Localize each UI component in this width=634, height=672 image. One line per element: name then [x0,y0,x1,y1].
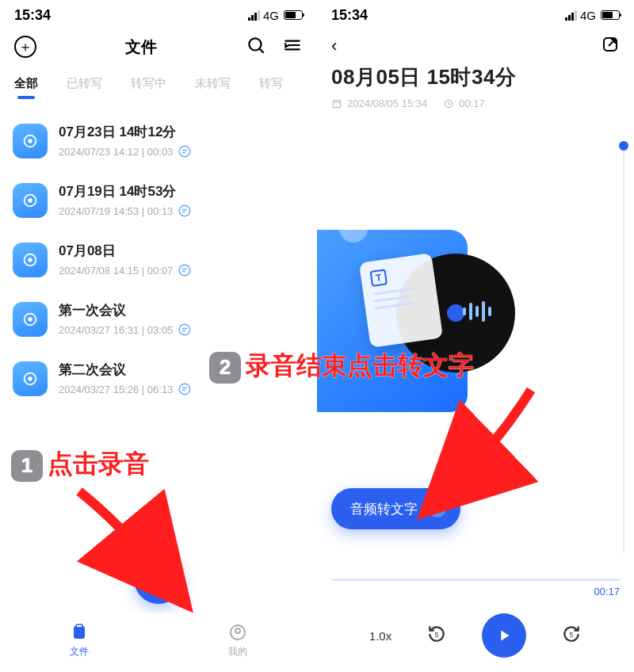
item-title: 07月23日 14时12分 [59,123,304,141]
audio-file-icon [13,361,48,396]
svg-point-19 [180,384,191,395]
audio-file-icon [13,124,48,158]
detail-title: 08月05日 15时34分 [317,63,634,91]
list-item[interactable]: 07月19日 14时53分 2024/07/19 14:53 | 00:13 [10,174,307,234]
search-icon[interactable] [246,35,266,59]
detail-header: ‹ [317,27,634,63]
item-sub: 2024/03/27 16:31 | 03:05 [59,323,304,337]
convert-label: 音频转文字 [350,500,418,518]
detail-date: 2024/08/05 15:34 [347,97,427,109]
svg-rect-27 [333,100,340,107]
calendar-icon [331,98,342,109]
svg-point-15 [29,318,32,321]
svg-point-7 [180,146,191,157]
svg-text:5: 5 [435,631,439,639]
skip-forward-button[interactable]: 5 [561,624,582,647]
network-label: 4G [580,9,596,22]
svg-point-0 [249,38,261,50]
arrow-2 [444,385,555,507]
waveform-icon [463,301,491,322]
nav-files[interactable]: 文件 [70,623,89,659]
svg-point-12 [29,258,32,262]
network-label: 4G [263,9,279,22]
badge-2: 2 [209,352,241,384]
list-item[interactable]: 07月23日 14时12分 2024/07/23 14:12 | 00:03 [10,115,307,174]
play-icon [495,627,513,644]
tab-all[interactable]: 全部 [0,76,52,91]
svg-point-6 [29,139,32,143]
scroll-track[interactable] [621,141,626,553]
tab-more[interactable]: 转写 [245,76,297,91]
bottom-nav: 文件 我的 [0,613,317,672]
item-sub: 2024/07/23 14:12 | 00:03 [59,144,304,158]
svg-point-18 [29,377,32,380]
add-button[interactable]: ＋ [14,36,36,58]
item-title: 第一次会议 [59,301,304,319]
list-item[interactable]: 07月08日 2024/07/08 14:15 | 00:07 [10,234,307,293]
battery-icon [284,10,303,20]
status-time: 15:34 [14,7,51,24]
audio-file-icon [13,242,48,277]
detail-screen: 15:34 4G ‹ 08月05日 15时34分 2024/08/05 15:3… [317,0,634,672]
transcript-badge-icon [178,263,192,277]
tab-untranscribed[interactable]: 未转写 [181,76,245,91]
item-title: 07月08日 [59,242,304,260]
playback-time: 00:17 [331,586,620,598]
audio-file-icon [13,183,48,218]
nav-files-label: 文件 [70,645,89,659]
signal-icon [565,10,577,21]
audio-file-icon [13,302,48,337]
svg-rect-23 [76,624,82,628]
document-card-icon: T [359,253,443,348]
nav-mine-label: 我的 [228,645,247,659]
filter-icon[interactable] [282,35,303,59]
clock-icon [443,98,454,109]
status-right: 4G [248,9,303,22]
left-header: ＋ 文件 [0,27,317,68]
item-title: 07月19日 14时53分 [59,182,304,200]
badge-1: 1 [11,450,43,482]
battery-icon [601,10,620,20]
transcript-badge-icon [178,204,192,218]
transcript-badge-icon [178,382,192,396]
svg-point-16 [180,324,191,335]
item-sub: 2024/07/08 14:15 | 00:07 [59,263,304,277]
svg-text:5: 5 [570,631,574,639]
arrow-1 [71,483,182,598]
status-time: 15:34 [331,7,368,24]
status-right: 4G [565,9,620,22]
signal-icon [248,10,260,21]
svg-point-10 [180,205,191,216]
svg-point-9 [29,199,32,202]
annotation-step2: 2录音结束点击转文字 [209,349,474,384]
playback-timeline[interactable]: 00:17 [331,578,620,598]
detail-sub: 2024/08/05 15:34 00:17 [317,91,634,109]
page-title: 文件 [125,36,157,58]
svg-line-1 [260,49,264,53]
svg-point-25 [235,628,240,633]
item-sub: 2024/03/27 15:26 | 06:13 [59,382,304,396]
tab-transcribing[interactable]: 转写中 [116,76,181,91]
files-icon [70,623,89,642]
tabs: 全部 已转写 转写中 未转写 转写 [0,68,317,102]
tab-transcribed[interactable]: 已转写 [52,76,116,91]
annotation-step1: 1点击录音 [11,447,149,482]
play-button[interactable] [482,613,526,658]
nav-mine[interactable]: 我的 [228,623,247,659]
transcript-badge-icon [178,323,192,337]
status-bar: 15:34 4G [317,0,634,27]
share-button[interactable] [601,35,620,57]
detail-duration: 00:17 [459,97,485,109]
svg-point-13 [180,265,191,276]
convert-to-text-button[interactable]: 音频转文字 › [331,488,460,529]
skip-back-button[interactable]: 5 [426,624,447,647]
profile-icon [228,623,247,642]
player-controls: 1.0x 5 5 [317,613,634,658]
item-sub: 2024/07/19 14:53 | 00:13 [59,204,304,218]
transcript-badge-icon [178,144,192,158]
list-item[interactable]: 第一次会议 2024/03/27 16:31 | 03:05 [10,293,307,353]
back-button[interactable]: ‹ [331,36,337,56]
speed-button[interactable]: 1.0x [369,629,391,643]
status-bar: 15:34 4G [0,0,317,27]
scroll-thumb[interactable] [619,141,628,151]
